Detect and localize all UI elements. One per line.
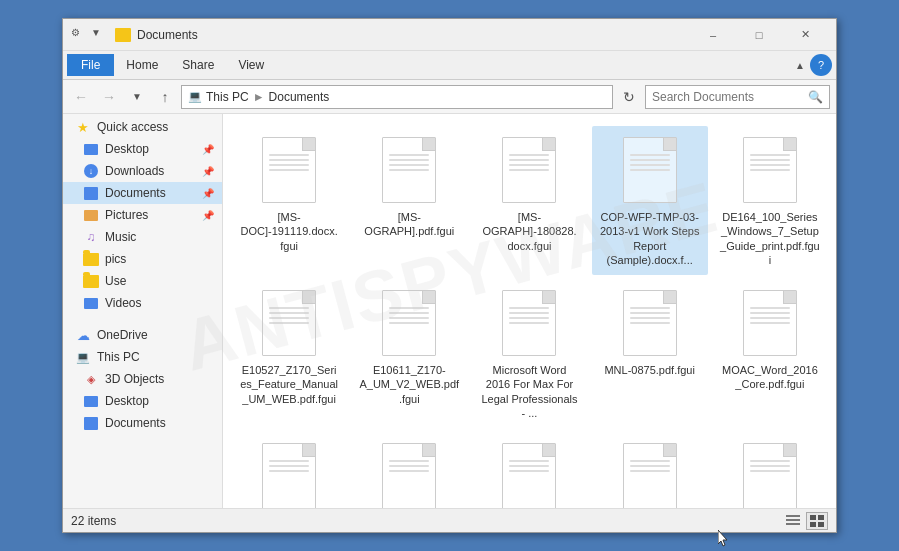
sidebar-item-thispc[interactable]: 💻 This PC [63,346,222,368]
tab-file[interactable]: File [67,54,114,76]
doc-icon [382,290,436,356]
file-item[interactable]: [MS-DOC]-191119.docx.fgui [231,126,347,275]
file-name: DE164_100_Series_Windows_7_Setup_Guide_p… [720,210,820,267]
sidebar-item-documents[interactable]: Documents 📌 [63,182,222,204]
file-item[interactable]: Microsoft Word 2016 For Max For Legal Pr… [471,279,587,428]
ribbon-tabs: File Home Share View ▲ ? [63,51,836,79]
file-thumb [373,134,445,206]
path-sep1: ► [253,90,265,104]
music-icon: ♫ [83,229,99,245]
file-item[interactable] [231,432,347,508]
quick-access-btn[interactable]: ▼ [91,27,107,43]
path-documents[interactable]: Documents [269,90,330,104]
sidebar-label-onedrive: OneDrive [97,328,148,342]
sidebar-label-downloads: Downloads [105,164,164,178]
doc-icon [382,443,436,508]
file-item-report-steps[interactable]: COP-WFP-TMP-03-2013-v1 Work Steps Report… [592,126,708,275]
thispc-sidebar-icon: 💻 [75,349,91,365]
up-button[interactable]: ↑ [153,85,177,109]
folder-icon [115,28,131,42]
help-button[interactable]: ? [810,54,832,76]
svg-rect-6 [818,522,824,527]
tab-home[interactable]: Home [114,54,170,76]
file-thumb [253,440,325,508]
pictures-icon [83,207,99,223]
tab-view[interactable]: View [226,54,276,76]
sidebar-label-documents2: Documents [105,416,166,430]
sidebar-item-downloads[interactable]: ↓ Downloads 📌 [63,160,222,182]
pics-folder-icon [83,251,99,267]
sidebar-label-use: Use [105,274,126,288]
sidebar-item-documents2[interactable]: Documents [63,412,222,434]
tab-share[interactable]: Share [170,54,226,76]
pin-icon-documents: 📌 [202,188,214,199]
svg-rect-5 [810,522,816,527]
address-path[interactable]: 💻 This PC ► Documents [181,85,613,109]
doc-icon [502,290,556,356]
pin-icon-downloads: 📌 [202,166,214,177]
file-item[interactable]: [MS-OGRAPH].pdf.fgui [351,126,467,275]
file-item[interactable] [712,432,828,508]
thispc-icon: 💻 [188,90,202,103]
file-item[interactable] [592,432,708,508]
doc-icon [623,137,677,203]
file-item[interactable] [471,432,587,508]
sidebar-label-desktop2: Desktop [105,394,149,408]
sidebar-item-quickaccess[interactable]: ★ Quick access [63,116,222,138]
svg-rect-0 [786,515,800,517]
doc-icon [502,443,556,508]
sidebar-item-3dobjects[interactable]: ◈ 3D Objects [63,368,222,390]
sidebar-label-documents: Documents [105,186,166,200]
svg-rect-2 [786,523,800,525]
details-view-button[interactable] [782,512,804,530]
sidebar-label-quickaccess: Quick access [97,120,168,134]
sidebar-section-quick: ★ Quick access Desktop 📌 [63,114,222,316]
sidebar-label-pictures: Pictures [105,208,148,222]
sidebar-item-videos[interactable]: Videos [63,292,222,314]
forward-button[interactable]: → [97,85,121,109]
close-button[interactable]: ✕ [782,19,828,51]
doc-icon [262,290,316,356]
search-box[interactable]: 🔍 [645,85,830,109]
desktop-icon [83,141,99,157]
sidebar-item-music[interactable]: ♫ Music [63,226,222,248]
refresh-button[interactable]: ↻ [617,85,641,109]
sidebar-section-devices: ☁ OneDrive 💻 This PC ◈ 3 [63,322,222,436]
file-item[interactable]: DE164_100_Series_Windows_7_Setup_Guide_p… [712,126,828,275]
file-item[interactable] [351,432,467,508]
ribbon-right: ▲ ? [790,54,836,76]
sidebar-item-use[interactable]: Use [63,270,222,292]
back-button[interactable]: ← [69,85,93,109]
window-controls: – □ ✕ [690,19,828,51]
minimize-button[interactable]: – [690,19,736,51]
sidebar-label-thispc: This PC [97,350,140,364]
file-thumb [493,440,565,508]
file-name: COP-WFP-TMP-03-2013-v1 Work Steps Report… [600,210,700,267]
file-item[interactable]: [MS-OGRAPH]-180828.docx.fgui [471,126,587,275]
maximize-button[interactable]: □ [736,19,782,51]
file-thumb [734,287,806,359]
recent-locations-button[interactable]: ▼ [125,85,149,109]
3dobjects-icon: ◈ [83,371,99,387]
sidebar-item-desktop[interactable]: Desktop 📌 [63,138,222,160]
file-thumb [253,134,325,206]
file-item[interactable]: E10527_Z170_Series_Feature_Manual_UM_WEB… [231,279,347,428]
sidebar-item-onedrive[interactable]: ☁ OneDrive [63,324,222,346]
file-item[interactable]: MOAC_Word_2016_Core.pdf.fgui [712,279,828,428]
sidebar-container: ★ Quick access Desktop 📌 [63,114,223,508]
file-item[interactable]: MNL-0875.pdf.fgui [592,279,708,428]
search-input[interactable] [652,90,804,104]
sidebar-label-videos: Videos [105,296,141,310]
title-bar-icons: ⚙ ▼ [71,27,107,43]
search-icon[interactable]: 🔍 [808,90,823,104]
sidebar-item-desktop2[interactable]: Desktop [63,390,222,412]
sidebar-item-pictures[interactable]: Pictures 📌 [63,204,222,226]
sidebar-label-desktop: Desktop [105,142,149,156]
address-bar: ← → ▼ ↑ 💻 This PC ► Documents ↻ 🔍 [63,80,836,114]
path-thispc[interactable]: 💻 This PC [188,90,249,104]
file-item[interactable]: E10611_Z170-A_UM_V2_WEB.pdf.fgui [351,279,467,428]
sidebar-item-pics[interactable]: pics [63,248,222,270]
ribbon-collapse-btn[interactable]: ▲ [790,55,810,75]
large-icons-view-button[interactable] [806,512,828,530]
main-content: ★ Quick access Desktop 📌 [63,114,836,508]
